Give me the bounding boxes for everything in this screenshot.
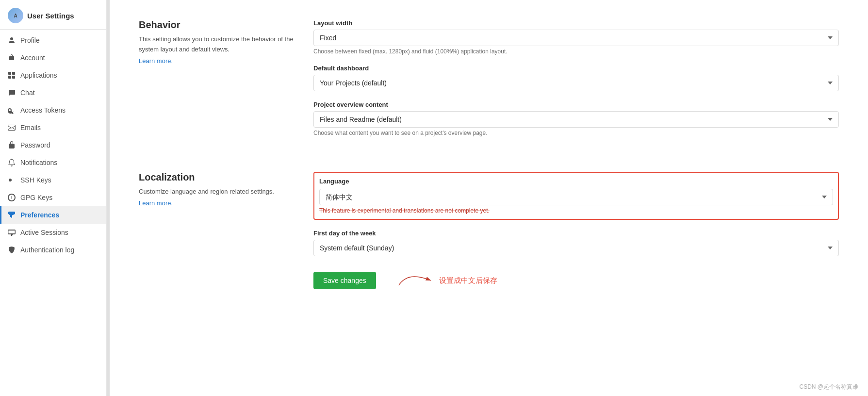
project-overview-label: Project overview content (313, 101, 839, 108)
divider (0, 29, 106, 30)
sidebar-item-label: Password (20, 141, 50, 149)
shield-icon (8, 246, 16, 254)
behavior-description: Behavior This setting allows you to cust… (139, 19, 294, 65)
applications-icon (8, 71, 16, 79)
ssh-icon (8, 176, 16, 184)
sidebar-header: A User Settings (0, 0, 106, 27)
sidebar-item-label: SSH Keys (20, 176, 51, 184)
chat-icon (8, 89, 16, 97)
behavior-learn-more[interactable]: Learn more. (139, 57, 173, 65)
sidebar-item-label: Notifications (20, 159, 57, 166)
svg-rect-2 (8, 76, 11, 79)
bell-icon (8, 159, 16, 166)
language-field-wrapper: Language 简体中文 English Deutsch Français 日… (313, 172, 839, 220)
sidebar-title: User Settings (27, 12, 74, 20)
default-dashboard-label: Default dashboard (313, 65, 839, 72)
language-select[interactable]: 简体中文 English Deutsch Français 日本語 (319, 189, 833, 205)
sidebar-item-active-sessions[interactable]: Active Sessions (0, 224, 106, 241)
localization-fields: Language 简体中文 English Deutsch Français 日… (313, 172, 839, 256)
sidebar-item-label: GPG Keys (20, 194, 52, 201)
annotation-text: 设置成中文后保存 (439, 276, 497, 285)
sidebar-item-chat[interactable]: Chat (0, 84, 106, 101)
sidebar-item-ssh-keys[interactable]: SSH Keys (0, 171, 106, 189)
sidebar-item-label: Chat (20, 89, 35, 97)
sidebar-item-label: Preferences (20, 211, 59, 219)
default-dashboard-select[interactable]: Your Projects (default) Your Activity St… (313, 75, 839, 91)
sidebar-item-profile[interactable]: Profile (0, 32, 106, 49)
sidebar-item-notifications[interactable]: Notifications (0, 154, 106, 171)
sidebar-item-account[interactable]: Account (0, 49, 106, 66)
sidebar-item-label: Account (20, 54, 45, 62)
sidebar: A User Settings Profile Account Applicat… (0, 0, 107, 396)
default-dashboard-field: Default dashboard Your Projects (default… (313, 65, 839, 91)
sidebar-item-label: Emails (20, 124, 41, 132)
section-separator (139, 156, 839, 156)
save-section: Save changes 设置成中文后保存 (313, 271, 839, 290)
avatar: A (8, 8, 23, 23)
layout-width-label: Layout width (313, 19, 839, 27)
first-day-select[interactable]: System default (Sunday) Monday Sunday Sa… (313, 240, 839, 256)
svg-rect-3 (12, 76, 15, 79)
key-icon (8, 106, 16, 114)
first-day-label: First day of the week (313, 230, 839, 237)
behavior-title: Behavior (139, 19, 294, 31)
svg-point-4 (9, 179, 12, 182)
project-overview-field: Project overview content Files and Readm… (313, 101, 839, 136)
localization-learn-more[interactable]: Learn more. (139, 199, 173, 207)
arrow-svg (395, 271, 434, 290)
sidebar-item-label: Applications (20, 71, 57, 79)
gpg-icon (8, 194, 16, 201)
sidebar-item-label: Active Sessions (20, 229, 68, 236)
first-day-field: First day of the week System default (Su… (313, 230, 839, 256)
behavior-fields: Layout width Fixed Fluid Choose between … (313, 19, 839, 136)
behavior-desc: This setting allows you to customize the… (139, 34, 294, 55)
main-content: Behavior This setting allows you to cust… (110, 0, 868, 396)
sidebar-item-auth-log[interactable]: Authentication log (0, 241, 106, 259)
sidebar-item-label: Profile (20, 36, 40, 44)
localization-desc: Customize language and region related se… (139, 187, 294, 197)
language-label: Language (319, 178, 833, 185)
sidebar-item-access-tokens[interactable]: Access Tokens (0, 101, 106, 119)
sidebar-item-emails[interactable]: Emails (0, 119, 106, 136)
sidebar-item-preferences[interactable]: Preferences (0, 206, 106, 224)
sidebar-item-applications[interactable]: Applications (0, 66, 106, 84)
lock-icon (8, 141, 16, 149)
person-icon (8, 36, 16, 44)
layout-width-hint: Choose between fixed (max. 1280px) and f… (313, 48, 839, 55)
project-overview-select[interactable]: Files and Readme (default) Activity Rele… (313, 111, 839, 128)
layout-width-select[interactable]: Fixed Fluid (313, 30, 839, 46)
save-button[interactable]: Save changes (313, 272, 376, 289)
language-hint: This feature is experimental and transla… (319, 207, 833, 214)
prefs-icon (8, 211, 16, 219)
behavior-section: Behavior This setting allows you to cust… (139, 19, 839, 136)
svg-rect-1 (12, 72, 15, 75)
sidebar-item-label: Access Tokens (20, 106, 66, 114)
svg-rect-0 (8, 72, 11, 75)
sidebar-item-label: Authentication log (20, 246, 74, 254)
sidebar-item-password[interactable]: Password (0, 136, 106, 154)
localization-section: Localization Customize language and regi… (139, 172, 839, 290)
email-icon (8, 124, 16, 132)
project-overview-hint: Choose what content you want to see on a… (313, 130, 839, 136)
localization-description: Localization Customize language and regi… (139, 172, 294, 207)
layout-width-field: Layout width Fixed Fluid Choose between … (313, 19, 839, 55)
arrow-annotation: 设置成中文后保存 (395, 271, 497, 290)
account-icon (8, 54, 16, 62)
monitor-icon (8, 229, 16, 236)
sidebar-item-gpg-keys[interactable]: GPG Keys (0, 189, 106, 206)
watermark: CSDN @起个名称真难 (799, 383, 858, 391)
localization-title: Localization (139, 172, 294, 183)
